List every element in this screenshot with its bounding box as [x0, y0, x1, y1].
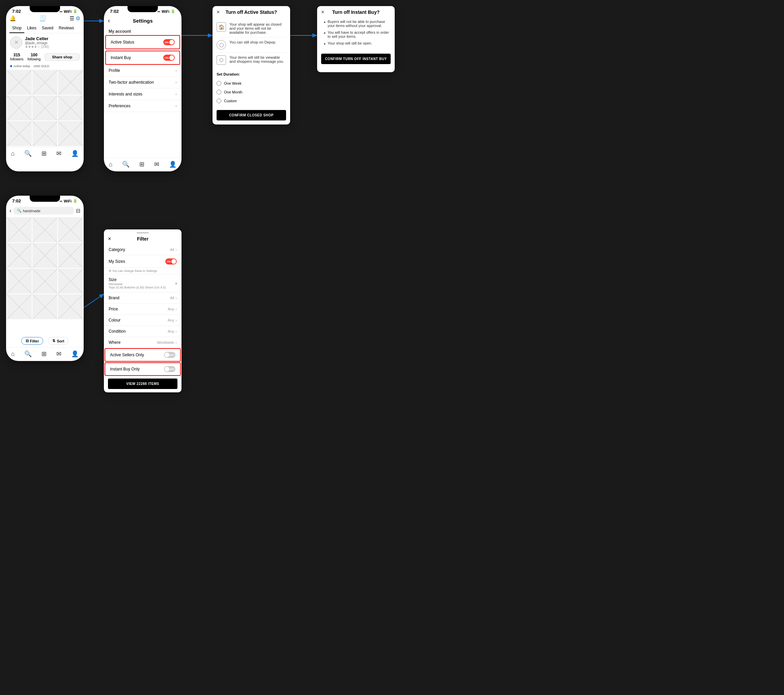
search-bar[interactable]: 🔍 handmade [13, 207, 74, 214]
profile-icon[interactable]: 👤 [71, 150, 79, 157]
active-status-toggle[interactable]: ON [163, 39, 175, 45]
search-header: ‹ 🔍 handmade ⊟ [6, 205, 84, 217]
settings-instant-buy[interactable]: Instant Buy ON [105, 51, 180, 65]
result-cell[interactable] [58, 268, 83, 293]
following-stat: 100 following [27, 53, 41, 61]
result-cell[interactable] [58, 294, 83, 319]
product-cell[interactable] [7, 70, 32, 95]
home-icon[interactable]: ⌂ [109, 161, 113, 168]
status-bar-2: 7:02 ▪▪ WiFi 🔋 [104, 6, 181, 15]
chevron-icon: › [175, 329, 177, 333]
filter-title: Filter [137, 236, 148, 242]
radio-one-month[interactable]: One Month [217, 88, 286, 97]
sell-icon[interactable]: ⊞ [41, 350, 46, 357]
settings-interests[interactable]: Interests and sizes › [104, 88, 181, 100]
filter-category[interactable]: Category All › [104, 244, 181, 255]
back-icon[interactable]: ‹ [108, 17, 110, 24]
sell-icon[interactable]: ⊞ [139, 161, 144, 168]
result-cell[interactable] [7, 268, 32, 293]
instant-buy-list: • Buyers will not be able to purchase yo… [317, 17, 395, 51]
settings-list: Active Status ON Instant Buy ON Profile … [104, 35, 181, 112]
items-visible-icon: ⬡ [217, 55, 226, 65]
search-back-icon[interactable]: ‹ [10, 207, 12, 214]
result-cell[interactable] [32, 294, 58, 319]
filter-size[interactable]: Size MenswearTops (S,M) Bottoms (4,30) S… [104, 274, 181, 293]
receipt-icon[interactable]: 🧾 [40, 15, 46, 21]
messages-icon[interactable]: ✉ [56, 150, 61, 157]
profile-stars: ★★★★☆ (290) [25, 45, 80, 49]
filter-close-icon[interactable]: × [108, 236, 111, 242]
status-time-1: 7:02 [12, 9, 21, 14]
bookmark-icon[interactable]: ⊟ [76, 208, 80, 214]
product-cell[interactable] [7, 121, 32, 146]
product-cell[interactable] [32, 70, 58, 95]
status-bar-3: 7:02 ▪▪ WiFi 🔋 [6, 196, 84, 205]
tab-saved[interactable]: Saved [39, 24, 56, 33]
filter-brand[interactable]: Brand All › [104, 293, 181, 304]
search-icon[interactable]: 🔍 [122, 161, 130, 168]
product-cell[interactable] [58, 96, 83, 120]
bell-icon[interactable]: 🔔 [10, 15, 16, 21]
product-cell[interactable] [32, 96, 58, 120]
tab-reviews[interactable]: Reviews [56, 24, 77, 33]
confirm-closed-shop-button[interactable]: CONFIRM CLOSED SHOP [217, 110, 286, 120]
my-sizes-toggle[interactable]: ON [165, 259, 177, 265]
modal-instant-close-icon[interactable]: × [321, 9, 324, 15]
result-cell[interactable] [58, 217, 83, 242]
drag-handle [137, 232, 149, 234]
home-icon[interactable]: ⌂ [11, 150, 15, 157]
modal-close-icon[interactable]: × [217, 9, 220, 15]
menu-icon[interactable]: ☰ [69, 15, 74, 21]
modal-active-header: × Turn off Active Status? [212, 6, 290, 17]
result-cell[interactable] [58, 243, 83, 268]
sell-icon[interactable]: ⊞ [41, 150, 46, 157]
view-items-button[interactable]: VIEW 22288 ITEMS [108, 379, 178, 389]
tab-shop[interactable]: Shop [10, 24, 24, 33]
profile-icon[interactable]: 👤 [169, 161, 176, 168]
filter-colour[interactable]: Colour Any › [104, 315, 181, 326]
home-icon[interactable]: ⌂ [11, 351, 15, 357]
settings-active-status[interactable]: Active Status ON [105, 35, 180, 49]
result-cell[interactable] [32, 217, 58, 242]
instant-buy-filter-toggle[interactable]: OFF [164, 366, 175, 372]
gear-icon[interactable]: ⚙ [76, 15, 80, 21]
share-shop-button[interactable]: Share shop [44, 53, 80, 61]
search-icon[interactable]: 🔍 [24, 150, 32, 157]
radio-one-week[interactable]: One Week [217, 79, 286, 88]
filter-where[interactable]: Where Worldwide › [104, 337, 181, 348]
filter-active-sellers[interactable]: Active Sellers Only OFF [105, 348, 181, 362]
result-cell[interactable] [32, 243, 58, 268]
settings-profile[interactable]: Profile › [104, 65, 181, 77]
modal-instant-title: Turn off Instant Buy? [332, 10, 380, 15]
result-cell[interactable] [7, 294, 32, 319]
result-cell[interactable] [7, 217, 32, 242]
filter-instant-buy[interactable]: Instant Buy Only OFF [105, 362, 181, 376]
radio-custom[interactable]: Custom [217, 97, 286, 105]
product-cell[interactable] [32, 121, 58, 146]
result-cell[interactable] [32, 268, 58, 293]
settings-preferences[interactable]: Preferences › [104, 100, 181, 112]
product-cell[interactable] [58, 70, 83, 95]
filter-my-sizes[interactable]: My Sizes ON [104, 255, 181, 268]
settings-2fa[interactable]: Two-factor authentication › [104, 77, 181, 88]
instant-buy-toggle[interactable]: ON [163, 54, 175, 61]
status-time-3: 7:02 [12, 198, 21, 203]
filter-condition[interactable]: Condition Any › [104, 326, 181, 337]
confirm-instant-buy-button[interactable]: CONFIRM TURN OFF INSTANT BUY [321, 54, 390, 64]
filter-button[interactable]: ⊟ Filter [21, 337, 43, 345]
profile-icon[interactable]: 👤 [71, 350, 79, 357]
result-cell[interactable] [7, 243, 32, 268]
sort-button[interactable]: ⇅ Sort [48, 337, 69, 345]
messages-icon[interactable]: ✉ [154, 161, 159, 168]
profile-row: ✕ Jade Celler @jade_vintage ★★★★☆ (290) [6, 33, 84, 51]
chevron-icon: › [175, 318, 177, 322]
filter-price[interactable]: Price Any › [104, 304, 181, 315]
messages-icon[interactable]: ✉ [56, 350, 61, 357]
product-cell[interactable] [58, 121, 83, 146]
phone-search: 7:02 ▪▪ WiFi 🔋 ‹ 🔍 handmade ⊟ ⊟ Filter [6, 196, 84, 361]
active-sellers-toggle[interactable]: OFF [164, 352, 175, 358]
filter-size-settings-info: ⚙ You can change these in Settings [104, 268, 181, 274]
product-cell[interactable] [7, 96, 32, 120]
tab-likes[interactable]: Likes [24, 24, 39, 33]
search-icon[interactable]: 🔍 [24, 350, 32, 357]
